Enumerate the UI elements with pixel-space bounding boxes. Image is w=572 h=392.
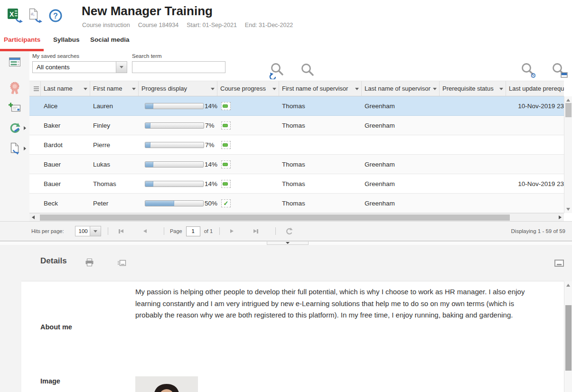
- search-icon[interactable]: [300, 62, 315, 79]
- table-row[interactable]: Beck Peter 50% ✓ Thomas Greenham: [29, 194, 564, 213]
- print-icon[interactable]: [85, 259, 94, 268]
- column-header-last-name[interactable]: Last name: [41, 81, 90, 96]
- table-row[interactable]: Bauer Lukas 14% ✓ Thomas Greenham: [29, 155, 564, 174]
- filter-arrow-icon[interactable]: [355, 88, 359, 90]
- row-grip: [29, 96, 41, 115]
- tab-syllabus[interactable]: Syllabus: [53, 36, 80, 43]
- page-number-input[interactable]: [186, 226, 200, 236]
- text-export-icon[interactable]: a,: [28, 8, 44, 26]
- cell-last-name: Bauer: [41, 155, 90, 174]
- scroll-right-arrow[interactable]: [559, 215, 562, 219]
- cell-progress: 7%: [139, 135, 217, 154]
- scroll-up-arrow[interactable]: [566, 99, 570, 102]
- course-start: Start: 01-Sep-2021: [187, 22, 237, 28]
- dropdown-arrow-button[interactable]: [116, 62, 127, 73]
- dropdown-arrow-button[interactable]: [90, 226, 101, 236]
- saved-searches-dropdown[interactable]: All contents: [32, 61, 127, 73]
- detail-view-icon[interactable]: [118, 260, 126, 268]
- cell-prerequisite-status: [440, 155, 506, 174]
- in-progress-icon: [223, 124, 228, 127]
- column-header-prerequisite-status[interactable]: Prerequisite status: [440, 81, 506, 96]
- separator: [275, 227, 276, 235]
- filter-arrow-icon[interactable]: [132, 88, 136, 90]
- cell-progress: 7%: [139, 116, 217, 135]
- column-header-first-name[interactable]: First name: [90, 81, 139, 96]
- column-header-supervisor-first[interactable]: First name of supervisor: [279, 81, 362, 96]
- collapse-handle[interactable]: [267, 242, 309, 245]
- cell-prerequisite-status: [440, 135, 506, 154]
- certificate-icon[interactable]: [0, 81, 29, 94]
- course-progress-status-icon: ✓: [221, 199, 231, 207]
- column-chooser-button[interactable]: [29, 81, 41, 96]
- cell-last-name: Bauer: [41, 174, 90, 193]
- saved-searches-label: My saved searches: [32, 53, 79, 59]
- in-progress-icon: [223, 182, 228, 186]
- table-row[interactable]: Bauer Thomas 14% ✓ Thomas Greenham 10-No…: [29, 174, 564, 194]
- add-invitation-button[interactable]: [0, 103, 29, 113]
- panel-splitter[interactable]: [0, 241, 572, 245]
- scroll-left-arrow[interactable]: [32, 215, 35, 219]
- cell-supervisor-last: Greenham: [362, 155, 440, 174]
- in-progress-icon: [223, 143, 228, 147]
- table-vertical-scrollbar[interactable]: [564, 96, 572, 213]
- about-me-text: My passion is helping other people to de…: [135, 286, 526, 321]
- scroll-up-arrow[interactable]: [566, 284, 570, 287]
- results-display-button[interactable]: [0, 57, 29, 66]
- previous-page-button[interactable]: [143, 229, 147, 233]
- tab-social-media[interactable]: Social media: [90, 36, 130, 43]
- update-actions-button[interactable]: [0, 122, 29, 134]
- search-profile-icon[interactable]: [551, 62, 569, 81]
- refresh-icon[interactable]: [285, 227, 293, 235]
- column-header-supervisor-last[interactable]: Last name of supervisor: [362, 81, 440, 96]
- progress-bar: [145, 161, 204, 168]
- cell-last-update: [506, 135, 564, 154]
- cell-first-name: Pierre: [90, 135, 139, 154]
- progress-bar: [145, 200, 204, 206]
- scrollbar-thumb[interactable]: [40, 215, 510, 221]
- run-search-icon[interactable]: [269, 62, 285, 81]
- tab-participants[interactable]: Participants: [4, 36, 40, 43]
- row-grip: [29, 155, 41, 174]
- filter-arrow-icon[interactable]: [433, 88, 437, 90]
- excel-export-icon[interactable]: X: [7, 8, 24, 26]
- column-header-progress-display[interactable]: Progress display: [139, 81, 217, 96]
- cell-supervisor-first: [279, 135, 362, 154]
- cell-first-name: Peter: [90, 194, 139, 213]
- filter-arrow-icon[interactable]: [272, 88, 276, 90]
- help-icon[interactable]: ?: [48, 9, 63, 25]
- cell-last-update: [506, 155, 564, 174]
- cell-supervisor-last: Greenham: [362, 96, 440, 115]
- scroll-down-arrow[interactable]: [566, 208, 570, 211]
- cell-course-progress: ✓: [217, 96, 279, 115]
- chevron-down-icon: [120, 66, 123, 68]
- details-panel: Details About me My passion is helping o…: [0, 245, 572, 392]
- column-header-last-update[interactable]: Last update prerequis: [506, 81, 564, 96]
- table-row[interactable]: Bardot Pierre 7% ✓: [29, 135, 564, 155]
- search-term-input[interactable]: [132, 61, 225, 73]
- first-page-button[interactable]: [119, 229, 123, 233]
- last-page-button[interactable]: [253, 229, 258, 233]
- next-page-button[interactable]: [230, 229, 234, 233]
- row-grip: [29, 135, 41, 154]
- table-row[interactable]: Alice Lauren 14% ✓ Thomas Greenham 10-No…: [29, 96, 564, 116]
- filter-arrow-icon[interactable]: [499, 88, 503, 90]
- pagination-bar: Hits per page: 100 Page of 1 Displaying …: [0, 221, 572, 241]
- export-actions-button[interactable]: [0, 142, 29, 155]
- table-row[interactable]: Baker Finley 7% ✓ Thomas Greenham: [29, 116, 564, 135]
- collapse-panel-icon[interactable]: [554, 260, 564, 269]
- cell-progress: 50%: [139, 194, 217, 213]
- filter-arrow-icon[interactable]: [84, 88, 87, 90]
- search-settings-icon[interactable]: ⚙: [520, 62, 538, 81]
- scrollbar-thumb[interactable]: [565, 103, 572, 117]
- hits-per-page-dropdown[interactable]: 100: [75, 226, 101, 236]
- participants-table: Last name First name Progress display Co…: [29, 81, 564, 213]
- submenu-arrow-icon: [24, 147, 26, 150]
- scrollbar-thumb[interactable]: [565, 305, 572, 371]
- cell-first-name: Thomas: [90, 174, 139, 193]
- filter-arrow-icon[interactable]: [211, 88, 215, 90]
- cell-progress: 14%: [139, 155, 217, 174]
- column-header-course-progress[interactable]: Course progress: [217, 81, 279, 96]
- table-horizontal-scrollbar[interactable]: [29, 213, 564, 221]
- details-vertical-scrollbar[interactable]: [564, 281, 572, 392]
- cell-last-name: Beck: [41, 194, 90, 213]
